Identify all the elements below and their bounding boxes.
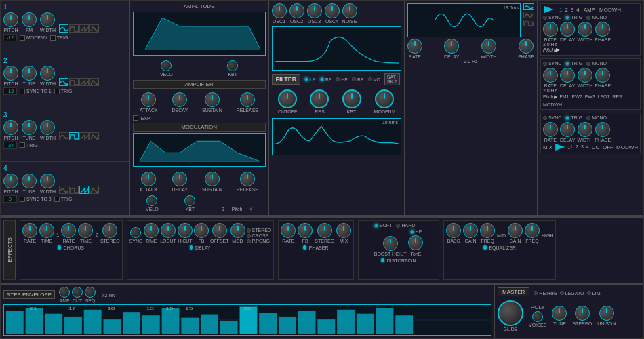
osc3-wave-saw[interactable] bbox=[79, 132, 89, 140]
lfo1-tab-1[interactable]: 1 bbox=[559, 7, 562, 13]
osc1-modenv-cb[interactable]: MODENV bbox=[20, 35, 47, 41]
dist-soft-toggle[interactable]: SOFT bbox=[374, 223, 393, 228]
master-unison-knob[interactable] bbox=[599, 306, 614, 321]
lfo2ch-delay-knob[interactable] bbox=[560, 68, 575, 83]
osc4-mix-knob[interactable] bbox=[325, 3, 340, 18]
osc2-trig-cb[interactable]: TRIG bbox=[54, 89, 73, 94]
delay-ppong-opt[interactable]: P.PONG bbox=[247, 239, 272, 243]
osc1-wave-sq[interactable] bbox=[69, 24, 79, 33]
osc4-tune-knob[interactable] bbox=[22, 174, 37, 188]
osc2-tune-knob[interactable] bbox=[22, 66, 37, 81]
lfo2ch-tab-modwh[interactable]: MODWH bbox=[543, 102, 562, 107]
lfo1-sync-btn[interactable]: SYNC bbox=[543, 15, 561, 20]
lfo2-trig-btn[interactable]: TRIG bbox=[565, 61, 582, 66]
lfo3-tab-2[interactable]: 2 bbox=[576, 144, 578, 151]
amp-attack-knob[interactable] bbox=[141, 92, 156, 107]
osc3-wave-sq[interactable] bbox=[69, 132, 79, 140]
dist-hard-toggle[interactable]: HARD bbox=[396, 223, 415, 228]
amp-kbt-knob[interactable] bbox=[227, 60, 238, 71]
lfo3-tab-4[interactable]: 4 bbox=[586, 144, 589, 151]
osc1-width-knob[interactable] bbox=[40, 12, 55, 27]
master-limit-toggle[interactable]: LIMIT bbox=[587, 291, 605, 296]
osc4-wave-sq[interactable] bbox=[69, 186, 79, 194]
lfo1-width-knob[interactable] bbox=[481, 39, 496, 54]
lfo3-sync-btn[interactable]: SYNC bbox=[543, 115, 561, 120]
osc4-trig-cb[interactable]: TRIG bbox=[54, 197, 73, 202]
phaser-stereo-knob[interactable] bbox=[317, 223, 332, 238]
delay-stereo-opt[interactable]: STEREO bbox=[247, 228, 272, 233]
lfo2ch-tab-pw2[interactable]: PW2 bbox=[572, 94, 582, 100]
lfo1ch-rate-knob[interactable] bbox=[543, 22, 558, 37]
osc3-mix-knob[interactable] bbox=[307, 3, 322, 18]
lfo2-mono-btn[interactable]: MONO bbox=[586, 61, 607, 66]
mod-attack-knob[interactable] bbox=[141, 172, 156, 186]
osc2-width-knob[interactable] bbox=[40, 66, 55, 81]
filter-lp-btn[interactable]: LP bbox=[304, 77, 316, 82]
delay-cross-opt[interactable]: CROSS bbox=[247, 233, 272, 238]
osc1-pitch-knob[interactable] bbox=[3, 12, 18, 27]
osc3-wave-sin[interactable] bbox=[59, 132, 68, 140]
osc2-wave-tri[interactable] bbox=[89, 78, 99, 86]
lfo2ch-tab-fm1[interactable]: FM1 bbox=[560, 94, 569, 100]
osc2-wave-sin[interactable] bbox=[59, 78, 68, 86]
chorus-rate1-knob[interactable] bbox=[22, 223, 37, 238]
eq-mid-gain-knob[interactable] bbox=[463, 223, 478, 238]
master-tune-knob[interactable] bbox=[552, 306, 567, 321]
osc2-wave-sq[interactable] bbox=[69, 78, 79, 86]
osc3-pitch-knob[interactable] bbox=[3, 120, 18, 135]
eq-bass-knob[interactable] bbox=[446, 223, 461, 238]
mod-velo-knob[interactable] bbox=[146, 195, 157, 206]
lfo2ch-phase-knob[interactable] bbox=[595, 68, 610, 83]
lfo2ch-rate-knob[interactable] bbox=[543, 68, 558, 83]
osc1-trig-cb[interactable]: TRIG bbox=[50, 35, 68, 41]
phaser-mix-knob[interactable] bbox=[336, 223, 351, 238]
lfo3-tab-1[interactable]: 1 bbox=[570, 144, 573, 151]
phaser-fb-knob[interactable] bbox=[298, 223, 313, 238]
master-retrig-toggle[interactable]: RETRIG bbox=[534, 291, 557, 296]
lfo1ch-delay-knob[interactable] bbox=[560, 22, 575, 37]
delay-offset-knob[interactable] bbox=[212, 223, 227, 238]
delay-hicut-knob[interactable] bbox=[178, 223, 193, 238]
osc4-wave-tri[interactable] bbox=[89, 186, 99, 194]
eq-high-freq-knob[interactable] bbox=[525, 223, 540, 238]
lfo2ch-tab-pw3[interactable]: PW3 bbox=[585, 94, 595, 100]
osc1-mix-knob[interactable] bbox=[272, 3, 287, 18]
osc4-wave-saw[interactable] bbox=[79, 186, 89, 194]
lfo3-tab-3[interactable]: 3 bbox=[581, 144, 584, 151]
lfo2ch-width-knob[interactable] bbox=[578, 68, 592, 83]
lfo2ch-tab-lfo1[interactable]: LFO1 bbox=[598, 94, 610, 100]
lfo1ch-phase-knob[interactable] bbox=[595, 22, 610, 37]
lfo1-wave-sin[interactable] bbox=[523, 3, 534, 10]
delay-time-knob[interactable] bbox=[144, 223, 159, 238]
cutoff-knob[interactable] bbox=[278, 89, 297, 108]
osc4-sync-cb[interactable]: SYNC TO 3 bbox=[20, 197, 52, 202]
dist-tone-knob[interactable] bbox=[408, 235, 423, 250]
lfo1-rate-knob[interactable] bbox=[407, 39, 422, 54]
step-cut-knob[interactable] bbox=[72, 287, 83, 298]
phaser-rate-knob[interactable] bbox=[281, 223, 296, 238]
osc2-pitch-knob[interactable] bbox=[3, 66, 18, 81]
lfo3ch-delay-knob[interactable] bbox=[560, 122, 575, 137]
lfo3ch-phase-knob[interactable] bbox=[595, 122, 610, 137]
osc3-wave-tri[interactable] bbox=[89, 132, 99, 140]
osc4-pitch-knob[interactable] bbox=[3, 174, 18, 188]
step-seq-knob[interactable] bbox=[85, 287, 96, 298]
osc3-tune-knob[interactable] bbox=[22, 120, 37, 135]
eq-high-gain-knob[interactable] bbox=[508, 223, 523, 238]
filter-br-btn[interactable]: BR bbox=[352, 77, 364, 82]
lfo1-tab-3[interactable]: 3 bbox=[571, 7, 573, 13]
osc2-wave-saw[interactable] bbox=[79, 78, 89, 86]
osc1-wave-saw[interactable] bbox=[79, 24, 89, 33]
dist-hp-toggle[interactable]: HP bbox=[410, 229, 422, 234]
lfo1ch-width-knob[interactable] bbox=[578, 22, 592, 37]
lfo3ch-rate-knob[interactable] bbox=[543, 122, 558, 137]
lfo1-delay-knob[interactable] bbox=[444, 39, 459, 54]
filter-modenv-knob[interactable] bbox=[375, 89, 394, 108]
amp-sustain-knob[interactable] bbox=[205, 92, 220, 107]
osc2-mix-knob[interactable] bbox=[289, 3, 304, 18]
master-stereo-knob[interactable] bbox=[575, 306, 590, 321]
res-knob[interactable] bbox=[310, 89, 329, 108]
osc3-width-knob[interactable] bbox=[40, 120, 55, 135]
lfo1-wave-tri[interactable] bbox=[523, 12, 534, 18]
mod-kbt-knob[interactable] bbox=[184, 195, 195, 206]
